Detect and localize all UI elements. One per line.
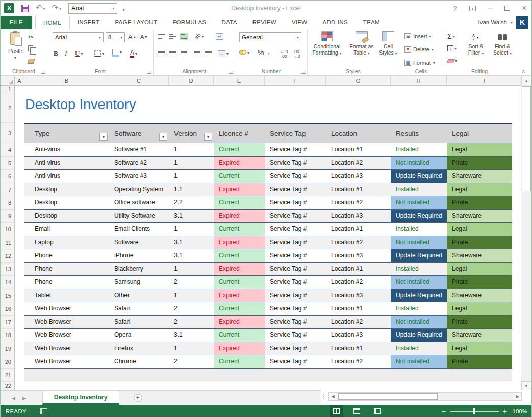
- orientation-button[interactable]: ab▾: [194, 33, 204, 39]
- cell-software[interactable]: Utility Software: [109, 210, 169, 223]
- save-icon[interactable]: [21, 5, 29, 12]
- avatar[interactable]: K: [516, 16, 528, 29]
- table-header-service-tag[interactable]: Service Tag: [265, 124, 326, 143]
- conditional-formatting-button[interactable]: Conditional Formatting ▾: [310, 31, 344, 57]
- tab-file[interactable]: FILE: [1, 16, 32, 29]
- zoom-level[interactable]: 100%: [513, 408, 527, 414]
- cell-service-tag[interactable]: Service Tag #: [265, 342, 326, 355]
- align-left-button[interactable]: [158, 50, 165, 57]
- cell-location[interactable]: Location #3: [326, 289, 391, 302]
- cell-results[interactable]: Not installed: [391, 316, 447, 329]
- cell-licence[interactable]: Expired: [214, 236, 265, 249]
- cell-legal[interactable]: Shareware: [447, 329, 512, 342]
- font-dialog-launcher[interactable]: [147, 69, 151, 74]
- delete-cells-button[interactable]: ✕Delete▾: [404, 46, 434, 53]
- cell-location[interactable]: Location #2: [326, 196, 391, 210]
- decrease-font-size-button[interactable]: A▾: [140, 34, 147, 40]
- cell-type[interactable]: Anti-virus: [24, 157, 109, 170]
- cell-legal[interactable]: Shareware: [447, 170, 512, 183]
- cell-results[interactable]: Not installed: [391, 196, 447, 210]
- cell-service-tag[interactable]: Service Tag #: [265, 263, 326, 276]
- cell-version[interactable]: 1: [169, 263, 214, 276]
- cell-type[interactable]: Email: [24, 223, 109, 236]
- cell-service-tag[interactable]: Service Tag #: [265, 289, 326, 302]
- cell-software[interactable]: Office software: [109, 196, 169, 210]
- cell-type[interactable]: Phone: [24, 276, 109, 289]
- cell-styles-button[interactable]: Cell Styles ▾: [378, 31, 398, 57]
- cell-location[interactable]: Location #1: [326, 302, 391, 316]
- row-header-19[interactable]: 19: [1, 342, 14, 355]
- row-header-20[interactable]: 20: [1, 355, 14, 369]
- filter-button[interactable]: ▾: [99, 133, 108, 141]
- ribbon-tab-team[interactable]: TEAM: [356, 16, 388, 29]
- row-header-8[interactable]: 8: [1, 196, 14, 210]
- cell-results[interactable]: Installed: [391, 263, 447, 276]
- cell-version[interactable]: 1.1: [169, 183, 214, 196]
- cell-location[interactable]: Location #2: [326, 316, 391, 329]
- help-button[interactable]: ?: [451, 5, 459, 12]
- insert-cells-button[interactable]: ⊞Insert▾: [404, 33, 432, 39]
- row-header-12[interactable]: 12: [1, 249, 14, 263]
- cell-legal[interactable]: Pirate: [447, 355, 512, 369]
- cell-licence[interactable]: Expired: [214, 289, 265, 302]
- cell-type[interactable]: Anti-virus: [24, 143, 109, 157]
- align-right-button[interactable]: [180, 50, 188, 57]
- comma-style-button[interactable]: ,: [268, 46, 270, 56]
- row-header-1[interactable]: 1: [1, 86, 14, 93]
- cell-legal[interactable]: Pirate: [447, 157, 512, 170]
- cell-software[interactable]: Samsung: [109, 276, 169, 289]
- cell-results[interactable]: Update Required: [391, 170, 447, 183]
- cell-software[interactable]: Other: [109, 289, 169, 302]
- cell-version[interactable]: 3.1: [169, 249, 214, 263]
- cell-results[interactable]: Update Required: [391, 249, 447, 263]
- table-header-software[interactable]: Software▾: [109, 124, 169, 143]
- cell-results[interactable]: Update Required: [391, 289, 447, 302]
- sheet-nav-right-icon[interactable]: ▶: [22, 396, 26, 401]
- cell-service-tag[interactable]: Service Tag #: [265, 143, 326, 157]
- table-footer-band[interactable]: [24, 369, 512, 381]
- sheet-tab-desktop-inventory[interactable]: Desktop Inventory: [42, 391, 119, 405]
- row-header-7[interactable]: 7: [1, 183, 14, 196]
- cell-version[interactable]: 3.1: [169, 210, 214, 223]
- cell-licence[interactable]: Expired: [214, 316, 265, 329]
- cell-legal[interactable]: Pirate: [447, 236, 512, 249]
- select-all-corner[interactable]: [1, 76, 15, 85]
- zoom-slider-handle[interactable]: [473, 408, 475, 414]
- cell-licence[interactable]: Expired: [214, 210, 265, 223]
- row-header-2[interactable]: 2: [1, 93, 14, 123]
- cell-type[interactable]: Web Browser: [24, 342, 109, 355]
- cell-licence[interactable]: Expired: [214, 183, 265, 196]
- user-name[interactable]: Ivan Walsh: [478, 19, 507, 25]
- paste-button[interactable]: Paste ▾: [5, 31, 26, 68]
- sheet-canvas[interactable]: Desktop Inventory Type▾Software▾Version▾…: [15, 86, 522, 390]
- cell-service-tag[interactable]: Service Tag #: [265, 316, 326, 329]
- row-header-15[interactable]: 15: [1, 289, 14, 302]
- table-header-results[interactable]: Results: [391, 124, 447, 143]
- cell-service-tag[interactable]: Service Tag #: [265, 157, 326, 170]
- cell-software[interactable]: Firefox: [109, 342, 169, 355]
- page-break-view-button[interactable]: [370, 405, 384, 417]
- cell-licence[interactable]: Current: [214, 196, 265, 210]
- format-cells-button[interactable]: ▦Format▾: [404, 60, 435, 66]
- top-align-button[interactable]: [158, 33, 165, 40]
- zoom-out-button[interactable]: −: [442, 407, 446, 415]
- cell-results[interactable]: Update Required: [391, 329, 447, 342]
- italic-button[interactable]: I: [65, 49, 67, 58]
- number-format-combo[interactable]: General▾: [239, 32, 301, 42]
- cell-type[interactable]: Web Browser: [24, 316, 109, 329]
- cell-legal[interactable]: Legal: [447, 183, 512, 196]
- cell-version[interactable]: 3.1: [169, 236, 214, 249]
- cell-results[interactable]: Update Required: [391, 210, 447, 223]
- cell-version[interactable]: 2: [169, 355, 214, 369]
- increase-decimal-button[interactable]: ←.0.00: [280, 49, 288, 59]
- cell-legal[interactable]: Legal: [447, 263, 512, 276]
- table-header-location[interactable]: Location: [326, 124, 391, 143]
- cell-licence[interactable]: Current: [214, 249, 265, 263]
- column-header-f[interactable]: F: [265, 76, 326, 85]
- row-header-13[interactable]: 13: [1, 263, 14, 276]
- row-header-9[interactable]: 9: [1, 210, 14, 223]
- qat-customize-button[interactable]: ▾: [122, 7, 125, 12]
- row-header-17[interactable]: 17: [1, 316, 14, 329]
- increase-font-size-button[interactable]: A▴: [128, 33, 136, 41]
- zoom-in-button[interactable]: +: [503, 407, 507, 415]
